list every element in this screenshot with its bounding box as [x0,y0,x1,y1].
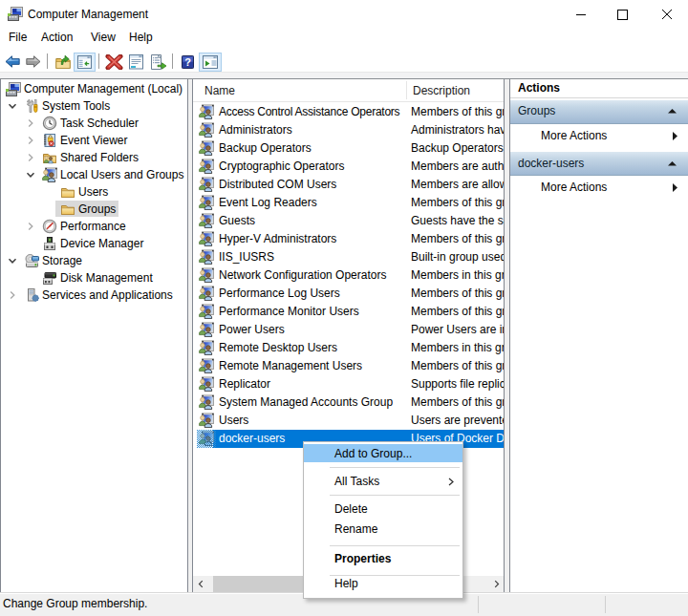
svg-text:?: ? [184,56,191,68]
